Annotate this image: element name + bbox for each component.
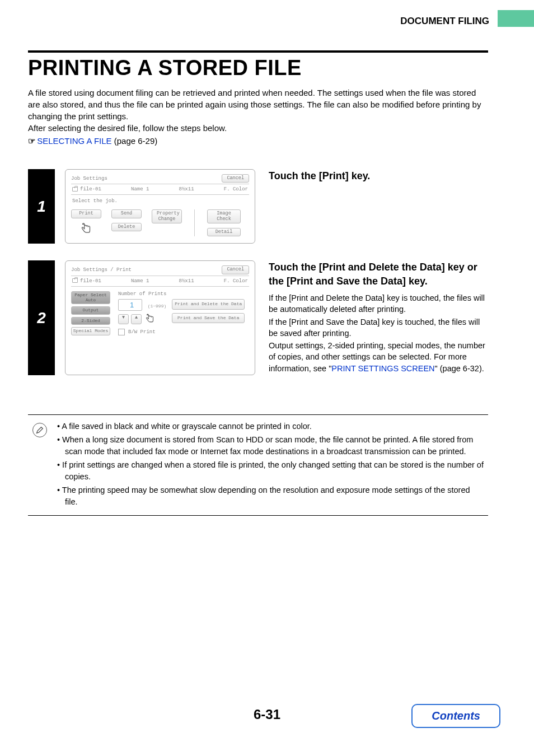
property-change-button[interactable]: Property Change xyxy=(152,209,182,223)
step-2-number: 2 xyxy=(28,260,55,375)
file-name: file-01 xyxy=(80,278,101,284)
cancel-button[interactable]: Cancel xyxy=(222,265,249,274)
intro-block: A file stored using document filing can … xyxy=(28,87,488,147)
output-button[interactable]: Output xyxy=(71,306,110,315)
pointer-icon: ☞ xyxy=(28,136,35,146)
intro-p1: A file stored using document filing can … xyxy=(28,87,488,122)
detail-button[interactable]: Detail xyxy=(207,228,241,236)
file-owner: Name 1 xyxy=(131,186,149,192)
step-1: 1 Job Settings Cancel file-01 Name 1 8½x… xyxy=(28,169,488,244)
step-2-title: Touch the [Print and Delete the Data] ke… xyxy=(269,260,488,288)
send-button[interactable]: Send xyxy=(111,209,142,218)
hand-cursor-icon xyxy=(79,221,93,235)
step-2-p1: If the [Print and Delete the Data] key i… xyxy=(269,292,488,315)
bw-print-checkbox[interactable] xyxy=(118,329,125,335)
file-size: 8½x11 xyxy=(179,186,194,192)
print-settings-link[interactable]: PRINT SETTINGS SCREEN xyxy=(331,364,434,373)
bw-print-label: B/W Print xyxy=(128,329,156,335)
two-sided-button[interactable]: 2-Sided xyxy=(71,317,110,325)
section-tab xyxy=(498,10,534,27)
step-2-p2: If the [Print and Save the Data] key is … xyxy=(269,316,488,339)
note-4: The printing speed may be somewhat slow … xyxy=(57,484,485,508)
step-1-number: 1 xyxy=(28,169,55,244)
select-job-label: Select the job. xyxy=(71,195,249,209)
step-2: 2 Job Settings / Print Cancel file-01 Na… xyxy=(28,260,488,375)
file-color: F. Color xyxy=(224,278,248,284)
step-1-title: Touch the [Print] key. xyxy=(269,169,488,183)
intro-p2: After selecting the desired file, follow… xyxy=(28,122,488,134)
number-range: (1~999) xyxy=(148,304,167,309)
file-icon xyxy=(72,278,78,283)
paper-select-button[interactable]: Paper Select Auto xyxy=(71,291,110,304)
contents-button[interactable]: Contents xyxy=(411,704,500,728)
note-2: When a long size document is stored from… xyxy=(57,434,485,458)
file-color: F. Color xyxy=(224,186,248,192)
rule-top xyxy=(28,50,488,53)
screen1-header: Job Settings xyxy=(71,176,107,181)
decrement-button[interactable]: ▼ xyxy=(118,314,129,324)
cancel-button[interactable]: Cancel xyxy=(222,174,249,183)
section-header: DOCUMENT FILING xyxy=(400,16,489,27)
page-title: PRINTING A STORED FILE xyxy=(28,56,488,80)
note-3: If print settings are changed when a sto… xyxy=(57,459,485,483)
increment-button[interactable]: ▲ xyxy=(131,314,142,324)
hand-cursor-icon xyxy=(144,312,156,324)
file-size: 8½x11 xyxy=(179,278,194,284)
step-1-screen: Job Settings Cancel file-01 Name 1 8½x11… xyxy=(65,169,255,244)
special-modes-button[interactable]: Special Modes xyxy=(71,327,110,335)
xref-page: (page 6-29) xyxy=(112,136,158,146)
file-icon xyxy=(72,187,78,192)
note-icon xyxy=(32,423,47,437)
step-2-screen: Job Settings / Print Cancel file-01 Name… xyxy=(65,260,255,375)
print-and-delete-button[interactable]: Print and Delete the Data xyxy=(172,299,245,310)
print-button[interactable]: Print xyxy=(71,209,101,218)
intro-xref: ☞ SELECTING A FILE (page 6-29) xyxy=(28,135,488,147)
number-of-prints-value: 1 xyxy=(118,299,142,311)
file-owner: Name 1 xyxy=(131,278,149,284)
screen2-header: Job Settings / Print xyxy=(71,267,132,273)
step-2-p3: Output settings, 2-sided printing, speci… xyxy=(269,340,488,374)
image-check-button[interactable]: Image Check xyxy=(207,209,241,223)
delete-button[interactable]: Delete xyxy=(111,223,142,231)
xref-link[interactable]: SELECTING A FILE xyxy=(37,136,111,146)
file-name: file-01 xyxy=(80,186,101,192)
divider xyxy=(194,209,195,236)
number-of-prints-label: Number of Prints xyxy=(118,291,249,297)
note-1: A file saved in black and white or grays… xyxy=(57,421,485,432)
notes-block: A file saved in black and white or grays… xyxy=(28,414,488,516)
print-and-save-button[interactable]: Print and Save the Data xyxy=(172,313,245,324)
